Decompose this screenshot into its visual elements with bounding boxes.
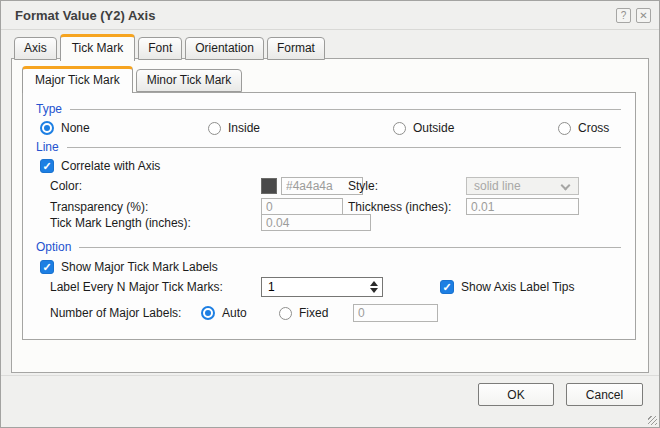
radio-auto-icon xyxy=(201,306,215,320)
type-options-row: None Inside Outside Cross xyxy=(23,119,635,137)
spinner-buttons xyxy=(370,281,378,293)
fixed-input xyxy=(353,304,438,322)
radio-cross[interactable]: Cross xyxy=(558,119,609,137)
tab-format[interactable]: Format xyxy=(267,37,325,60)
option-group-header: Option xyxy=(36,240,621,254)
label-every-spinner xyxy=(261,277,383,297)
label-every-row: Label Every N Major Tick Marks: ✓ Show A… xyxy=(23,277,635,297)
axis-tips-label: Show Axis Label Tips xyxy=(461,280,574,294)
checkbox-show-axis-label-tips[interactable]: ✓ Show Axis Label Tips xyxy=(440,278,574,296)
correlate-label: Correlate with Axis xyxy=(61,159,160,173)
line-group-title: Line xyxy=(36,140,59,154)
type-group-header: Type xyxy=(36,102,621,116)
chevron-down-icon xyxy=(561,181,571,191)
radio-outside-label: Outside xyxy=(413,121,454,135)
transparency-input xyxy=(261,198,343,215)
type-group-rule xyxy=(70,109,621,110)
label-every-input[interactable] xyxy=(262,278,382,296)
thickness-input xyxy=(466,198,579,215)
color-swatch xyxy=(261,178,277,194)
radio-cross-icon xyxy=(558,122,571,135)
show-labels-row: ✓ Show Major Tick Mark Labels xyxy=(23,258,635,276)
title-bar: Format Value (Y2) Axis ? ✕ xyxy=(1,1,659,30)
radio-inside-icon xyxy=(208,122,221,135)
radio-auto-label: Auto xyxy=(222,306,247,320)
subtab-major-tick-mark[interactable]: Major Tick Mark xyxy=(22,66,133,93)
radio-fixed-label: Fixed xyxy=(299,306,328,320)
radio-outside-icon xyxy=(393,122,406,135)
tab-orientation[interactable]: Orientation xyxy=(185,37,264,60)
cancel-button[interactable]: Cancel xyxy=(566,383,643,406)
close-icon: ✕ xyxy=(639,10,647,21)
type-group-title: Type xyxy=(36,102,62,116)
option-group-rule xyxy=(79,247,621,248)
format-axis-dialog: Format Value (Y2) Axis ? ✕ Axis Tick Mar… xyxy=(0,0,660,428)
main-tabs: Axis Tick Mark Font Orientation Format xyxy=(14,34,328,60)
line-group-rule xyxy=(67,147,621,148)
help-button[interactable]: ? xyxy=(616,8,631,23)
style-select-value: solid line xyxy=(474,179,521,193)
tick-length-row: Tick Mark Length (inches): xyxy=(23,214,635,232)
dialog-title: Format Value (Y2) Axis xyxy=(15,8,611,23)
show-labels-checkmark-icon: ✓ xyxy=(40,260,54,274)
tick-length-input xyxy=(261,214,371,231)
style-label: Style: xyxy=(348,177,378,195)
radio-auto[interactable]: Auto xyxy=(201,304,247,322)
color-label: Color: xyxy=(50,177,82,195)
correlate-row: ✓ Correlate with Axis xyxy=(23,157,635,175)
major-tick-mark-panel: Type None Inside Outside Cross xyxy=(22,92,636,340)
number-labels-row: Number of Major Labels: Auto Fixed xyxy=(23,304,635,322)
radio-inside[interactable]: Inside xyxy=(208,119,260,137)
radio-outside[interactable]: Outside xyxy=(393,119,454,137)
style-select: solid line xyxy=(466,177,579,195)
help-icon: ? xyxy=(621,10,627,21)
color-style-row: Color: Style: solid line xyxy=(23,177,635,195)
option-group-title: Option xyxy=(36,240,71,254)
tab-axis[interactable]: Axis xyxy=(14,37,57,60)
number-labels-label: Number of Major Labels: xyxy=(50,304,181,322)
line-group-header: Line xyxy=(36,140,621,154)
tick-mark-tab-panel: Major Tick Mark Minor Tick Mark Type Non… xyxy=(11,58,649,373)
radio-none[interactable]: None xyxy=(40,119,90,137)
correlate-checkmark-icon: ✓ xyxy=(40,159,54,173)
radio-fixed-icon xyxy=(279,307,292,320)
radio-none-label: None xyxy=(61,121,90,135)
tick-mark-subtabs: Major Tick Mark Minor Tick Mark xyxy=(22,66,245,92)
tab-tick-mark[interactable]: Tick Mark xyxy=(60,34,136,61)
radio-cross-label: Cross xyxy=(578,121,609,135)
radio-none-icon xyxy=(40,121,54,135)
show-labels-label: Show Major Tick Mark Labels xyxy=(61,260,218,274)
label-every-label: Label Every N Major Tick Marks: xyxy=(50,277,223,297)
spinner-down-icon[interactable] xyxy=(370,288,378,293)
close-button[interactable]: ✕ xyxy=(636,8,651,23)
ok-button[interactable]: OK xyxy=(478,383,554,406)
footer-separator xyxy=(1,375,659,376)
spinner-up-icon[interactable] xyxy=(370,281,378,286)
subtab-minor-tick-mark[interactable]: Minor Tick Mark xyxy=(136,69,243,92)
tick-length-label: Tick Mark Length (inches): xyxy=(50,214,191,232)
radio-fixed[interactable]: Fixed xyxy=(279,304,328,322)
checkbox-correlate-with-axis[interactable]: ✓ Correlate with Axis xyxy=(40,157,160,175)
tab-font[interactable]: Font xyxy=(138,37,182,60)
checkbox-show-major-tick-mark-labels[interactable]: ✓ Show Major Tick Mark Labels xyxy=(40,258,218,276)
radio-inside-label: Inside xyxy=(228,121,260,135)
axis-tips-checkmark-icon: ✓ xyxy=(440,280,454,294)
resize-grip-icon[interactable] xyxy=(648,416,657,425)
